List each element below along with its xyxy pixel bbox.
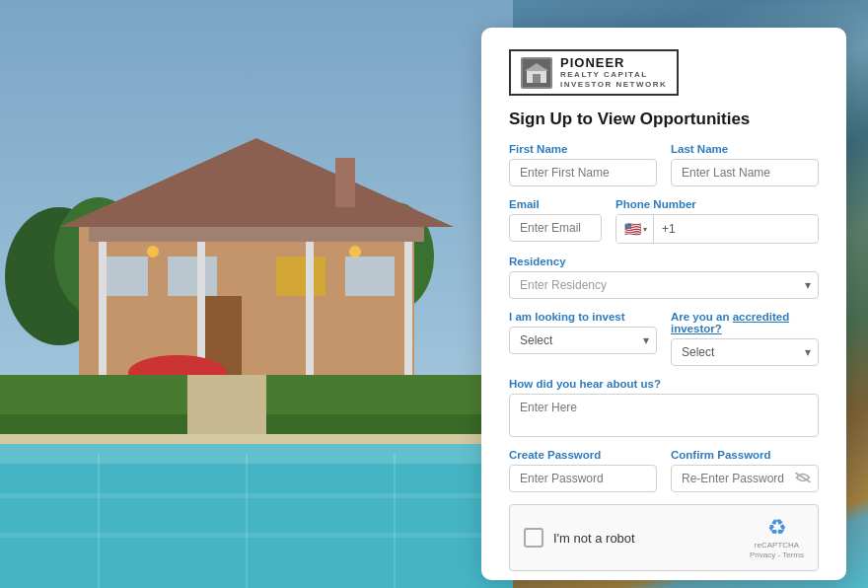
email-label: Email xyxy=(509,198,602,210)
password-eye-icon[interactable] xyxy=(795,472,811,486)
accredited-select[interactable]: Select Yes No xyxy=(671,338,819,366)
svg-rect-15 xyxy=(197,237,205,375)
svg-rect-39 xyxy=(533,74,541,83)
recaptcha-box: I'm not a robot ♻ reCAPTCHA Privacy - Te… xyxy=(509,504,819,570)
residency-select[interactable]: Enter Residency US Citizen US Resident N… xyxy=(509,271,819,299)
logo-sub-network: INVESTOR NETWORK xyxy=(560,80,667,90)
passwords-row: Create Password Confirm Password xyxy=(509,449,819,492)
last-name-input[interactable] xyxy=(671,159,819,186)
residency-label: Residency xyxy=(509,256,819,267)
how-heard-label: How did you hear about us? xyxy=(509,378,819,390)
background-house xyxy=(0,0,513,588)
page-title: Sign Up to View Opportunities xyxy=(509,110,819,129)
logo-sub-line2: REALTY CAPITAL xyxy=(560,70,667,80)
accredited-group: Are you an accredited investor? Select Y… xyxy=(671,311,819,366)
email-group: Email xyxy=(509,198,602,244)
last-name-group: Last Name xyxy=(671,143,819,186)
first-name-group: First Name xyxy=(509,143,657,186)
accredited-label: Are you an accredited investor? xyxy=(671,311,819,334)
svg-rect-29 xyxy=(0,493,513,498)
logo-text: PIONEER REALTY CAPITAL INVESTOR NETWORK xyxy=(560,56,667,89)
create-password-group: Create Password xyxy=(509,449,657,492)
phone-label: Phone Number xyxy=(615,198,819,210)
confirm-password-group: Confirm Password xyxy=(671,449,819,492)
signup-card: PIONEER REALTY CAPITAL INVESTOR NETWORK … xyxy=(481,28,846,580)
phone-flag[interactable]: 🇺🇸 ▾ xyxy=(616,215,654,243)
invest-select[interactable]: Select Less than $25K $25K - $100K $100K… xyxy=(509,327,657,354)
email-phone-row: Email Phone Number 🇺🇸 ▾ xyxy=(509,198,819,244)
recaptcha-sub-text: Privacy - Terms xyxy=(750,551,804,560)
last-name-label: Last Name xyxy=(671,143,819,155)
flag-emoji: 🇺🇸 xyxy=(624,221,641,237)
svg-rect-25 xyxy=(187,375,266,434)
how-heard-group: How did you hear about us? xyxy=(509,378,819,437)
phone-wrapper: 🇺🇸 ▾ xyxy=(615,214,819,244)
svg-rect-28 xyxy=(0,444,513,464)
name-row: First Name Last Name xyxy=(509,143,819,186)
recaptcha-icon: ♻ xyxy=(767,515,787,541)
residency-wrapper: Enter Residency US Citizen US Resident N… xyxy=(509,271,819,299)
accredited-label-text: Are you an xyxy=(671,311,729,323)
svg-rect-27 xyxy=(0,444,513,588)
residency-group: Residency Enter Residency US Citizen US … xyxy=(509,256,819,299)
how-heard-input[interactable] xyxy=(509,394,819,437)
email-input[interactable] xyxy=(509,214,602,242)
recaptcha-checkbox[interactable] xyxy=(524,528,543,548)
confirm-password-wrapper xyxy=(671,465,819,492)
recaptcha-brand-text: reCAPTCHA xyxy=(755,541,799,551)
how-heard-row: How did you hear about us? xyxy=(509,378,819,437)
svg-rect-17 xyxy=(404,237,412,375)
flag-dropdown-arrow: ▾ xyxy=(643,225,647,234)
logo-container: PIONEER REALTY CAPITAL INVESTOR NETWORK xyxy=(509,49,819,96)
residency-row: Residency Enter Residency US Citizen US … xyxy=(509,256,819,299)
svg-point-35 xyxy=(349,246,361,257)
svg-rect-12 xyxy=(345,257,395,296)
first-name-input[interactable] xyxy=(509,159,657,186)
svg-rect-10 xyxy=(168,257,217,296)
recaptcha-label: I'm not a robot xyxy=(553,531,750,546)
svg-rect-18 xyxy=(89,227,424,242)
logo-box: PIONEER REALTY CAPITAL INVESTOR NETWORK xyxy=(509,49,679,96)
invest-accredited-row: I am looking to invest Select Less than … xyxy=(509,311,819,366)
accredited-wrapper: Select Yes No ▾ xyxy=(671,338,819,366)
svg-rect-11 xyxy=(276,257,326,296)
svg-rect-30 xyxy=(0,533,513,538)
svg-rect-14 xyxy=(99,237,107,375)
invest-wrapper: Select Less than $25K $25K - $100K $100K… xyxy=(509,327,657,354)
invest-group: I am looking to invest Select Less than … xyxy=(509,311,657,366)
logo-main-line1: PIONEER xyxy=(560,56,667,70)
invest-label: I am looking to invest xyxy=(509,311,657,323)
first-name-label: First Name xyxy=(509,143,657,155)
svg-point-34 xyxy=(147,246,159,257)
create-password-input[interactable] xyxy=(509,465,657,492)
phone-group: Phone Number 🇺🇸 ▾ xyxy=(615,198,819,244)
svg-rect-6 xyxy=(79,227,414,375)
svg-rect-8 xyxy=(335,158,355,207)
create-password-label: Create Password xyxy=(509,449,657,461)
phone-input[interactable] xyxy=(654,216,818,242)
recaptcha-logo: ♻ reCAPTCHA Privacy - Terms xyxy=(750,515,804,559)
confirm-password-label: Confirm Password xyxy=(671,449,819,461)
create-password-wrapper xyxy=(509,465,657,492)
svg-rect-16 xyxy=(306,237,314,375)
logo-icon xyxy=(521,57,552,89)
